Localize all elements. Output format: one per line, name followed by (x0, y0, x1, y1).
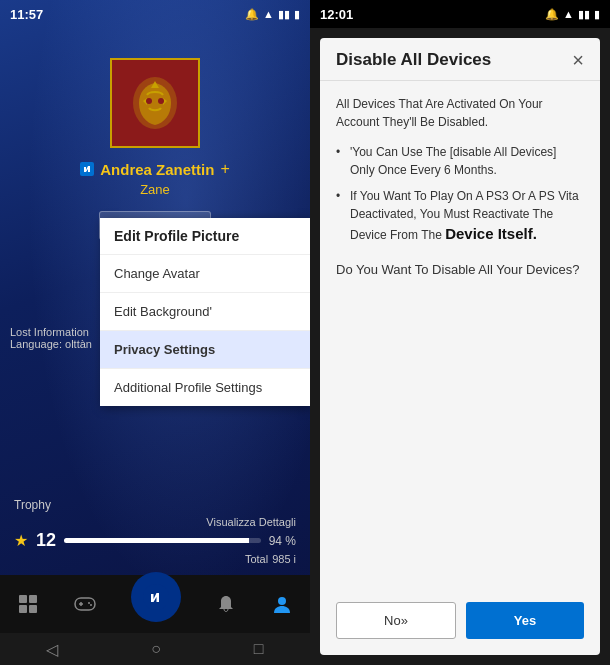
bullet-bold-2: Device Itself. (445, 225, 537, 242)
bottom-nav-icons (0, 575, 310, 633)
dialog-footer: No» Yes (320, 602, 600, 655)
nav-ps-button[interactable] (131, 572, 181, 622)
dialog-bullets: 'You Can Use The [disable All Devices] O… (336, 143, 584, 246)
svg-point-10 (90, 604, 92, 606)
bottom-nav: ◁ ○ □ (0, 575, 310, 665)
menu-item-edit-background[interactable]: Edit Background' (100, 293, 310, 331)
nav-icon-grid[interactable] (17, 593, 39, 615)
menu-item-privacy-settings[interactable]: Privacy Settings (100, 331, 310, 369)
controller-icon (73, 595, 97, 613)
avatar-section: Andrea Zanettin + Zane Edit Profile (80, 58, 230, 240)
playstation-icon (143, 584, 169, 610)
svg-point-2 (158, 98, 164, 104)
svg-point-1 (146, 98, 152, 104)
ps-icon (80, 162, 94, 176)
nav-icon-profile[interactable] (271, 593, 293, 615)
avatar (110, 58, 200, 148)
status-bar-left: 11:57 🔔 ▲ ▮▮ ▮ (0, 0, 310, 28)
menu-item-additional-profile[interactable]: Additional Profile Settings (100, 369, 310, 406)
user-name-row: Andrea Zanettin + (80, 160, 230, 178)
battery-icon: ▮ (294, 8, 300, 21)
signal-icon: ▮▮ (278, 8, 290, 21)
system-nav: ◁ ○ □ (0, 633, 310, 665)
status-bar-right: 12:01 🔔 ▲ ▮▮ ▮ (310, 0, 610, 28)
avatar-image (125, 73, 185, 133)
notification-icon-right: 🔔 (545, 8, 559, 21)
battery-icon-right: ▮ (594, 8, 600, 21)
menu-item-change-avatar[interactable]: Change Avatar (100, 255, 310, 293)
svg-rect-4 (29, 595, 37, 603)
left-panel: 11:57 🔔 ▲ ▮▮ ▮ (0, 0, 310, 665)
trophy-total-value: 985 i (272, 553, 296, 565)
lost-info-label: Lost Information (10, 326, 100, 338)
status-time-left: 11:57 (10, 7, 43, 22)
user-name-text: Andrea Zanettin (100, 161, 214, 178)
bullet-item-1: 'You Can Use The [disable All Devices] O… (336, 143, 584, 179)
notification-icon: 🔔 (245, 8, 259, 21)
grid-icon (17, 593, 39, 615)
bullet-text-1: 'You Can Use The [disable All Devices] O… (350, 145, 556, 177)
trophy-section: Trophy Visualizza Dettagli ★ 12 94 % Tot… (0, 498, 310, 565)
svg-rect-3 (19, 595, 27, 603)
bullet-item-2: If You Want To Play On A PS3 Or A PS Vit… (336, 187, 584, 246)
language-key: Language: (10, 338, 62, 350)
dialog-close-button[interactable]: × (572, 50, 584, 70)
svg-rect-6 (29, 605, 37, 613)
svg-rect-5 (19, 605, 27, 613)
lost-info-section: Lost Information Language: olttàn (0, 320, 110, 356)
sys-recent-button[interactable]: □ (254, 640, 264, 658)
sys-home-button[interactable]: ○ (151, 640, 161, 658)
right-panel: 12:01 🔔 ▲ ▮▮ ▮ Disable All Devices × All… (310, 0, 610, 665)
user-handle-text: Zane (140, 182, 170, 197)
yes-button[interactable]: Yes (466, 602, 584, 639)
signal-icon-right: ▮▮ (578, 8, 590, 21)
trophy-row: ★ 12 94 % (14, 530, 296, 551)
trophy-count: 12 (36, 530, 56, 551)
no-button[interactable]: No» (336, 602, 456, 639)
language-value: olttàn (65, 338, 92, 350)
disable-devices-dialog: Disable All Devices × All Devices That A… (320, 38, 600, 655)
context-menu: Edit Profile Picture Change Avatar Edit … (100, 218, 310, 406)
dialog-body: All Devices That Are Activated On Your A… (320, 81, 600, 602)
bell-icon (215, 593, 237, 615)
svg-point-9 (88, 602, 90, 604)
language-label: Language: olttàn (10, 338, 100, 350)
wifi-icon: ▲ (263, 8, 274, 20)
wifi-icon-right: ▲ (563, 8, 574, 20)
dialog-header: Disable All Devices × (320, 38, 600, 81)
svg-point-12 (278, 597, 286, 605)
trophy-star-icon: ★ (14, 531, 28, 550)
nav-icon-controller[interactable] (73, 595, 97, 613)
trophy-total-row: Total 985 i (14, 553, 296, 565)
dialog-title: Disable All Devices (336, 50, 491, 70)
nav-icon-bell[interactable] (215, 593, 237, 615)
dialog-question: Do You Want To Disable All Your Devices? (336, 262, 584, 277)
profile-icon (271, 593, 293, 615)
status-icons-left: 🔔 ▲ ▮▮ ▮ (245, 8, 300, 21)
trophy-label: Trophy (14, 498, 296, 512)
context-menu-title: Edit Profile Picture (100, 218, 310, 255)
trophy-bar-fill (64, 538, 249, 543)
dialog-description: All Devices That Are Activated On Your A… (336, 95, 584, 131)
plus-symbol: + (220, 160, 229, 178)
trophy-total-label: Total (245, 553, 268, 565)
visualizza-label[interactable]: Visualizza Dettagli (206, 516, 296, 528)
status-icons-right: 🔔 ▲ ▮▮ ▮ (545, 8, 600, 21)
ps-logo-icon (82, 164, 92, 174)
status-time-right: 12:01 (320, 7, 353, 22)
trophy-progress-bar (64, 538, 261, 543)
trophy-percent: 94 % (269, 534, 296, 548)
sys-back-button[interactable]: ◁ (46, 640, 58, 659)
